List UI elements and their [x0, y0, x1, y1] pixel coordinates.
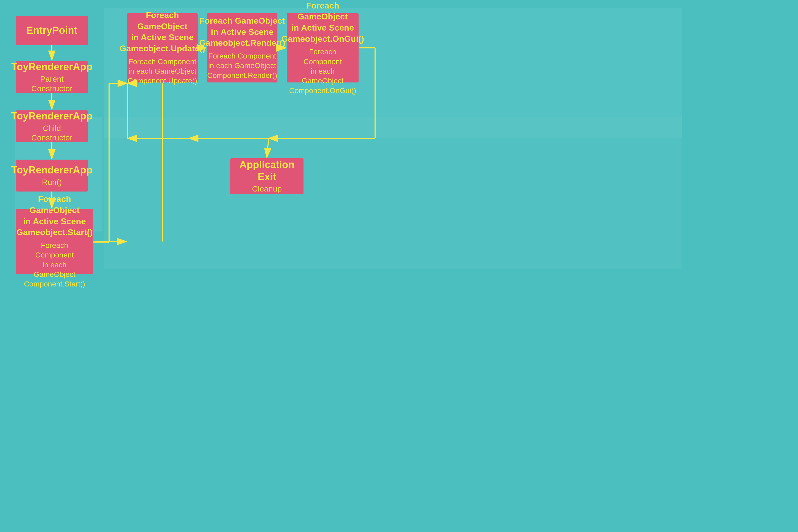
- toy-parent-subtitle: Parent Constructor: [21, 74, 82, 93]
- update-loop-box: Foreach GameObjectin Active SceneGameobj…: [127, 13, 198, 82]
- panel-loop-bottom: [104, 117, 682, 269]
- app-exit-subtitle: Cleanup: [252, 184, 282, 194]
- render-loop-subtext: Foreach Componentin each GameObjectCompo…: [207, 51, 277, 80]
- update-loop-subtext: Foreach Componentin each GameObjectCompo…: [128, 57, 197, 86]
- toy-child-box: ToyRendererApp Child Constructor: [16, 110, 88, 142]
- toy-run-subtitle: Run(): [42, 177, 62, 187]
- render-loop-box: Foreach GameObjectin Active SceneGameobj…: [207, 13, 278, 82]
- app-exit-title: Application Exit: [236, 159, 298, 183]
- start-loop-subtext: Foreach Componentin each GameObjectCompo…: [21, 241, 88, 289]
- ongui-loop-subtext: Foreach Componentin each GameObjectCompo…: [289, 47, 356, 95]
- ongui-loop-box: Foreach GameObjectin Active SceneGameobj…: [287, 13, 359, 82]
- start-loop-box: Foreach GameObjectin Active SceneGameobj…: [16, 209, 93, 274]
- start-loop-text: Foreach GameObjectin Active SceneGameobj…: [17, 194, 93, 238]
- update-loop-text: Foreach GameObjectin Active SceneGameobj…: [120, 10, 205, 54]
- entry-point-box: EntryPoint: [16, 16, 88, 45]
- toy-parent-title: ToyRendererApp: [11, 61, 92, 73]
- render-loop-text: Foreach GameObjectin Active SceneGameobj…: [199, 15, 285, 49]
- toy-run-box: ToyRendererApp Run(): [16, 159, 88, 191]
- app-exit-box: Application Exit Cleanup: [230, 158, 304, 194]
- toy-run-title: ToyRendererApp: [11, 164, 92, 176]
- toy-parent-box: ToyRendererApp Parent Constructor: [16, 61, 88, 93]
- ongui-loop-text: Foreach GameObjectin Active SceneGameobj…: [281, 0, 364, 44]
- toy-child-title: ToyRendererApp: [11, 110, 92, 122]
- entry-point-title: EntryPoint: [26, 24, 77, 37]
- toy-child-subtitle: Child Constructor: [21, 124, 82, 142]
